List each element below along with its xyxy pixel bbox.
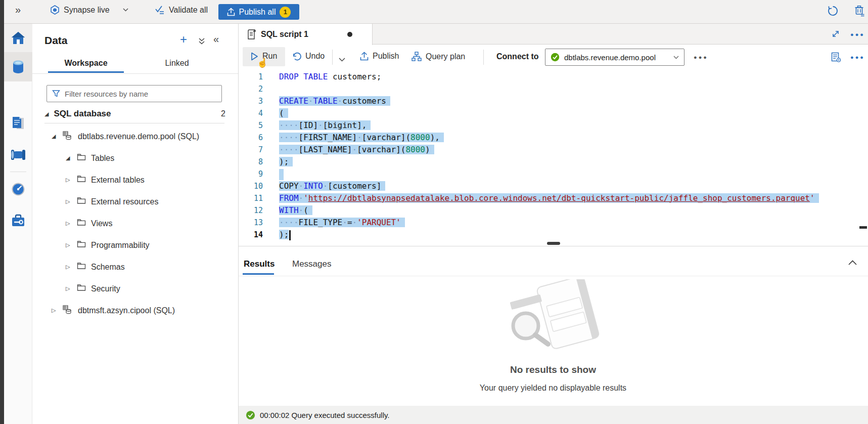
tree-item-label: External tables	[91, 176, 145, 185]
selection-highlight	[279, 169, 284, 180]
synapse-live-button[interactable]: Synapse live	[50, 5, 128, 15]
twisty-expanded-icon[interactable]: ◢	[52, 133, 58, 140]
nav-data-button[interactable]	[4, 52, 32, 81]
code-line-4[interactable]: (	[279, 107, 819, 119]
code-line-9[interactable]	[279, 168, 819, 180]
line-number: 9	[239, 168, 263, 180]
tree-item-external-tables[interactable]: ▷External tables	[32, 169, 238, 191]
twisty-collapsed-icon[interactable]: ▷	[66, 198, 72, 205]
twisty-collapsed-icon[interactable]: ▷	[66, 242, 72, 248]
tree-item-label: dbtlabs.revenue.demo.pool (SQL)	[78, 132, 199, 141]
filter-resources-input[interactable]: Filter resources by name	[47, 85, 222, 102]
code-line-7[interactable]: ····[LAST_NAME]·[varchar](8000)	[279, 144, 819, 156]
integrate-icon	[11, 149, 26, 161]
sql-pool-icon	[63, 131, 73, 142]
twisty-collapsed-icon[interactable]: ▷	[66, 177, 72, 183]
add-resource-icon[interactable]: +	[180, 32, 187, 47]
validate-all-button[interactable]: Validate all	[155, 5, 208, 15]
code-line-13[interactable]: ····FILE_TYPE·=·'PARQUET'	[279, 217, 819, 229]
tree-item-dbtlabs-revenue-demo-pool-sql-[interactable]: ◢dbtlabs.revenue.demo.pool (SQL)	[32, 125, 238, 147]
code-content[interactable]: DROP TABLE customers;CREATE·TABLE·custom…	[279, 71, 819, 241]
line-number: 2	[239, 83, 263, 95]
code-line-6[interactable]: ····[FIRST_NAME]·[varchar](8000),	[279, 132, 819, 144]
query-plan-icon	[412, 52, 422, 61]
unsaved-changes-dot	[347, 32, 352, 37]
undo-redo-dropdown-icon[interactable]	[339, 55, 345, 64]
sql-script-tab-title: SQL script 1	[261, 30, 308, 39]
toolbar-divider	[332, 50, 333, 65]
sql-pool-icon	[63, 305, 73, 316]
no-results-subtitle: Your query yielded no displayable result…	[427, 384, 679, 393]
home-icon	[11, 31, 25, 45]
sql-script-tab[interactable]: SQL script 1	[239, 24, 373, 45]
tab-messages[interactable]: Messages	[292, 259, 331, 269]
tree-separator	[44, 123, 224, 123]
tab-workspace[interactable]: Workspace	[51, 59, 121, 68]
selection-highlight: WITH·(	[279, 205, 312, 215]
line-number: 13	[239, 217, 263, 229]
tree-item-label: Views	[91, 219, 112, 228]
nav-integrate-button[interactable]	[4, 141, 32, 168]
twisty-expanded-icon[interactable]: ◢	[66, 155, 72, 161]
nav-develop-button[interactable]	[4, 110, 32, 137]
synapse-hexagon-icon	[50, 5, 60, 15]
code-line-12[interactable]: WITH·(	[279, 204, 819, 217]
code-line-10[interactable]: COPY·INTO·[customers]	[279, 180, 819, 192]
line-number: 8	[239, 156, 263, 168]
twisty-collapsed-icon[interactable]: ▷	[66, 220, 72, 227]
tree-item-schemas[interactable]: ▷Schemas	[32, 256, 238, 278]
trash-icon[interactable]	[854, 5, 865, 19]
line-number: 11	[239, 192, 263, 204]
tree-section-label: SQL database	[54, 109, 221, 119]
twisty-collapsed-icon[interactable]: ▷	[66, 264, 72, 270]
tab-linked[interactable]: Linked	[142, 59, 212, 68]
publish-all-button[interactable]: Publish all 1	[218, 4, 299, 20]
nav-home-button[interactable]	[4, 24, 32, 52]
tree-section-sql-database[interactable]: ◢ SQL database 2	[44, 107, 229, 121]
code-line-3[interactable]: CREATE·TABLE·customers	[279, 95, 819, 107]
synapse-live-label: Synapse live	[64, 6, 110, 15]
connected-pool-name: dbtlabs.revenue.demo.pool	[564, 53, 669, 62]
tree-item-label: External resources	[91, 197, 158, 206]
tree-item-external-resources[interactable]: ▷External resources	[32, 191, 238, 213]
tree-item-tables[interactable]: ◢Tables	[32, 147, 238, 169]
undo-button[interactable]: Undo	[292, 52, 325, 61]
tab-more-actions-icon[interactable]: ●●●	[850, 31, 865, 37]
collapse-all-icon[interactable]	[198, 37, 205, 47]
results-splitter-handle[interactable]	[547, 242, 560, 245]
code-line-1[interactable]: DROP TABLE customers;	[279, 71, 819, 83]
tree-item-label: Schemas	[91, 263, 125, 272]
twisty-collapsed-icon[interactable]: ▷	[52, 307, 58, 314]
toolbar-more-icon[interactable]: ●●●	[694, 54, 708, 60]
nav-monitor-button[interactable]	[4, 176, 32, 203]
tree-item-dbtmsft-azsyn-cipool-sql-[interactable]: ▷dbtmsft.azsyn.cipool (SQL)	[32, 300, 238, 321]
tree-section-count: 2	[221, 109, 229, 118]
collapse-results-icon[interactable]	[848, 258, 857, 267]
code-line-14[interactable]: );	[279, 229, 819, 241]
tree-item-programmability[interactable]: ▷Programmability	[32, 234, 238, 256]
line-number: 5	[239, 119, 263, 132]
code-line-8[interactable]: );	[279, 156, 819, 168]
code-line-11[interactable]: FROM·'https://dbtlabsynapsedatalake.blob…	[279, 192, 819, 204]
top-command-bar	[4, 0, 868, 24]
data-icon	[12, 60, 25, 74]
tree-item-views[interactable]: ▷Views	[32, 213, 238, 234]
twisty-collapsed-icon[interactable]: ▷	[66, 285, 72, 292]
nav-manage-button[interactable]	[4, 207, 32, 234]
connect-to-dropdown[interactable]: dbtlabs.revenue.demo.pool	[545, 49, 684, 66]
toolbar-divider	[483, 50, 484, 65]
query-plan-button[interactable]: Query plan	[412, 52, 465, 61]
editor-more-icon[interactable]: ●●●	[850, 54, 865, 60]
twisty-expanded-icon[interactable]: ◢	[44, 111, 49, 117]
expand-menu-icon[interactable]: »	[15, 4, 21, 16]
properties-icon[interactable]	[831, 52, 841, 64]
publish-button[interactable]: Publish	[360, 52, 399, 61]
tree-item-security[interactable]: ▷Security	[32, 278, 238, 300]
code-line-2[interactable]	[279, 83, 819, 95]
refresh-icon[interactable]	[827, 5, 839, 19]
folder-icon	[77, 153, 86, 163]
collapse-panel-icon[interactable]: «	[213, 33, 219, 45]
tab-results[interactable]: Results	[244, 259, 275, 269]
expand-editor-icon[interactable]	[831, 29, 840, 40]
code-line-5[interactable]: ····[ID]·[bigint],	[279, 119, 819, 132]
